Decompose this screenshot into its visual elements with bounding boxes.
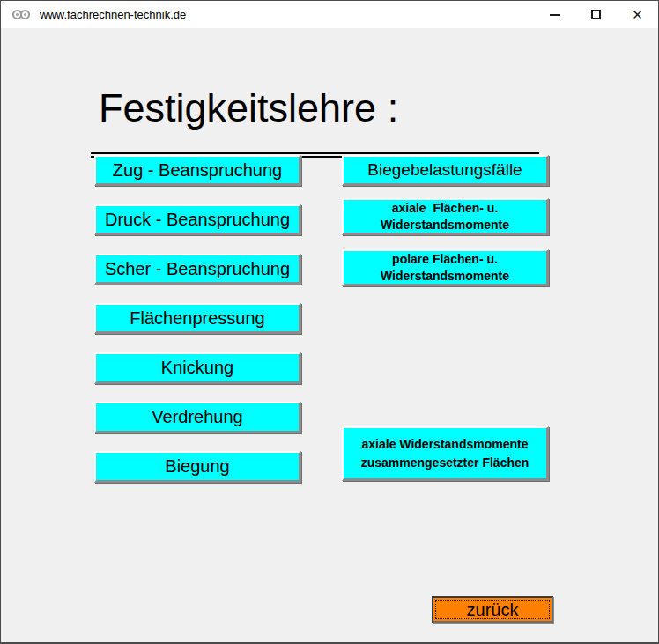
titlebar: www.fachrechnen-technik.de ✕ xyxy=(1,1,658,28)
button-axiale-widerstandsmomente-zusammengesetzter-flaechen[interactable]: axiale Widerstandsmomente zusammengesetz… xyxy=(342,426,549,481)
button-scher-beanspruchung[interactable]: Scher - Beanspruchung xyxy=(94,254,301,285)
zurueck-label: zurück xyxy=(467,600,519,620)
button-zug-beanspruchung[interactable]: Zug - Beanspruchung xyxy=(94,155,301,186)
button-label-line: zusammengesetzter Flächen xyxy=(361,454,529,472)
close-icon: ✕ xyxy=(632,8,643,21)
window-title: www.fachrechnen-technik.de xyxy=(40,8,186,21)
minimize-button[interactable] xyxy=(534,1,575,28)
underline-top xyxy=(91,152,539,154)
button-verdrehung[interactable]: Verdrehung xyxy=(94,402,301,433)
button-polare-flaechen-widerstandsmomente[interactable]: polare Flächen- u. Widerstandsmomente xyxy=(342,249,549,286)
button-knickung[interactable]: Knickung xyxy=(94,352,301,384)
button-label-line: Widerstandsmomente xyxy=(381,268,509,285)
button-label-line: Widerstandsmomente xyxy=(381,217,509,233)
button-label-line: polare Flächen- u. xyxy=(392,251,498,268)
close-button[interactable]: ✕ xyxy=(617,1,658,28)
zurueck-button[interactable]: zurück xyxy=(432,596,553,623)
button-label-line: axiale Flächen- u. xyxy=(392,200,499,217)
maximize-icon xyxy=(591,10,601,19)
button-flaechenpressung[interactable]: Flächenpressung xyxy=(94,303,301,334)
window-controls: ✕ xyxy=(534,1,658,28)
app-window: www.fachrechnen-technik.de ✕ Festigkeits… xyxy=(0,0,659,644)
page-title: Festigkeitslehre : xyxy=(99,85,398,131)
maximize-button[interactable] xyxy=(575,1,617,28)
main-content: Festigkeitslehre : Zug - Beanspruchung D… xyxy=(1,29,658,642)
button-biegebelastungsfaelle[interactable]: Biegebelastungsfälle xyxy=(342,155,549,186)
button-druck-beanspruchung[interactable]: Druck - Beanspruchung xyxy=(94,204,301,235)
gear-icon xyxy=(20,10,30,19)
button-axiale-flaechen-widerstandsmomente[interactable]: axiale Flächen- u. Widerstandsmomente xyxy=(342,198,549,235)
button-biegung[interactable]: Biegung xyxy=(94,451,301,483)
button-label-line: axiale Widerstandsmomente xyxy=(362,435,529,454)
site-favicon-icon xyxy=(12,10,30,19)
minimize-icon xyxy=(550,14,560,16)
